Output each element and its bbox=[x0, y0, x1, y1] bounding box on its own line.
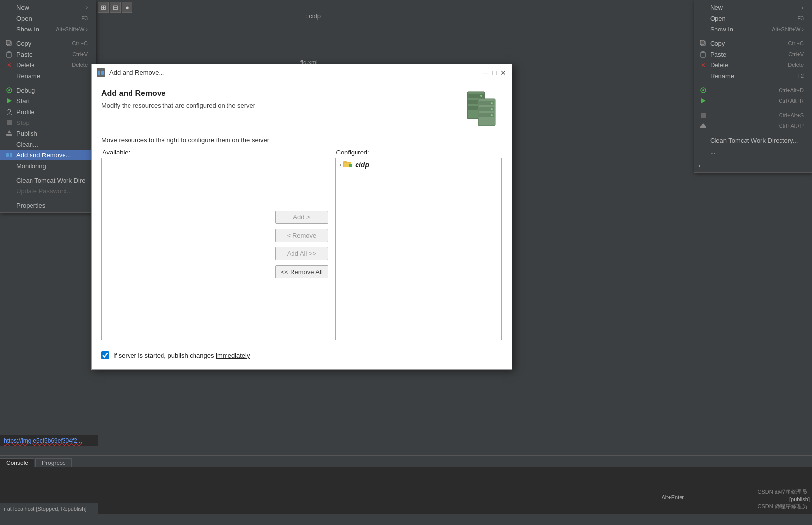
tab-console[interactable]: Console bbox=[0, 458, 34, 467]
menu-item-update-password-label: Update Password... bbox=[16, 187, 88, 195]
show-in-shortcut: Alt+Shift+W › bbox=[56, 26, 88, 32]
add-button[interactable]: Add > bbox=[275, 211, 328, 224]
menu-item-rename-label: Rename bbox=[16, 72, 88, 80]
url-text: https://img-e5cf5b69ef304f2... bbox=[4, 437, 82, 444]
server-status: r at localhost [Stopped, Republish] bbox=[0, 503, 98, 514]
toolbar-split-btn[interactable]: ⊞ bbox=[98, 2, 109, 13]
rm-chevron-label: › bbox=[698, 162, 804, 169]
svg-text:✕: ✕ bbox=[701, 62, 706, 68]
rm-chevron-right[interactable]: › bbox=[694, 160, 812, 171]
available-list[interactable] bbox=[101, 158, 268, 340]
menu-item-add-remove[interactable]: ▶ Add and Remove... bbox=[0, 150, 96, 160]
menu-item-debug-label: Debug bbox=[16, 87, 88, 94]
available-panel-wrapper: Available: bbox=[101, 149, 268, 340]
svg-marker-11 bbox=[7, 130, 11, 133]
bottom-panel-content bbox=[0, 467, 812, 471]
separator-3 bbox=[0, 173, 96, 173]
menu-item-add-remove-label: Add and Remove... bbox=[16, 152, 88, 159]
menu-item-open-label: Open bbox=[16, 15, 73, 22]
menu-item-show-in[interactable]: Show In Alt+Shift+W › bbox=[0, 24, 96, 34]
rm-debug[interactable]: Ctrl+Alt+D bbox=[694, 85, 812, 95]
rm-copy-shortcut: Ctrl+C bbox=[788, 40, 804, 46]
rm-sep1 bbox=[694, 36, 812, 36]
main-toolbar: ⊞ ⊟ ● bbox=[96, 0, 686, 66]
publish-checkbox[interactable] bbox=[101, 351, 109, 359]
remove-all-button[interactable]: << Remove All bbox=[275, 265, 328, 278]
rm-sep3 bbox=[694, 108, 812, 108]
rm-rename-label: Rename bbox=[710, 72, 789, 80]
alt-enter-label: Alt+Enter bbox=[661, 494, 684, 500]
toolbar-eye-btn[interactable]: ● bbox=[122, 2, 132, 13]
toolbar-view-btn[interactable]: ⊟ bbox=[110, 2, 121, 13]
configured-list[interactable]: › cidp bbox=[335, 158, 502, 340]
configured-item-cidp[interactable]: › cidp bbox=[336, 158, 502, 171]
transfer-area: Available: Add > < Remove Add All >> << … bbox=[101, 149, 502, 340]
minimize-button[interactable]: ─ bbox=[482, 69, 489, 76]
menu-item-update-password[interactable]: Update Password... bbox=[0, 185, 96, 196]
profile-icon bbox=[4, 108, 14, 115]
menu-item-rename[interactable]: Rename bbox=[0, 70, 96, 81]
menu-item-publish[interactable]: Publish bbox=[0, 128, 96, 139]
checkbox-area: If server is started, publish changes im… bbox=[101, 347, 502, 361]
menu-item-start[interactable]: Start bbox=[0, 95, 96, 106]
new-arrow: › bbox=[86, 5, 88, 10]
rm-delete[interactable]: ✕ Delete Delete bbox=[694, 60, 812, 70]
rm-publish-icon bbox=[698, 123, 708, 129]
separator-1 bbox=[0, 36, 96, 36]
svg-rect-17 bbox=[702, 51, 704, 53]
stop-icon bbox=[4, 119, 14, 126]
menu-item-copy[interactable]: Copy Ctrl+C bbox=[0, 38, 96, 49]
rm-paste-label: Paste bbox=[710, 51, 780, 58]
menu-item-new[interactable]: New › bbox=[0, 2, 96, 13]
svg-text:✕: ✕ bbox=[7, 62, 12, 68]
rm-stop[interactable]: Ctrl+Alt+S bbox=[694, 110, 812, 121]
delete-shortcut: Delete bbox=[72, 62, 88, 68]
rm-publish[interactable]: Ctrl+Alt+P bbox=[694, 121, 812, 131]
rm-stop-shortcut: Ctrl+Alt+S bbox=[779, 112, 804, 118]
configured-label: Configured: bbox=[335, 149, 502, 156]
remove-button[interactable]: < Remove bbox=[275, 229, 328, 242]
svg-rect-23 bbox=[700, 126, 706, 128]
menu-item-paste[interactable]: Paste Ctrl+V bbox=[0, 49, 96, 60]
menu-item-stop[interactable]: Stop bbox=[0, 117, 96, 128]
menu-item-delete[interactable]: ✕ Delete Delete bbox=[0, 60, 96, 70]
menu-item-clean-tomcat[interactable]: Clean Tomcat Work Dire bbox=[0, 175, 96, 185]
available-label: Available: bbox=[101, 149, 268, 156]
rm-copy-label: Copy bbox=[710, 40, 780, 47]
rm-paste[interactable]: Paste Ctrl+V bbox=[694, 49, 812, 60]
server-illustration bbox=[462, 89, 502, 128]
dialog-subtitle: Move resources to the right to configure… bbox=[101, 136, 502, 144]
rm-new-arrow: › bbox=[802, 4, 804, 11]
add-all-button[interactable]: Add All >> bbox=[275, 247, 328, 260]
rm-clean-tomcat-label: Clean Tomcat Work Directory... bbox=[710, 137, 804, 144]
dialog-heading: Add and Remove bbox=[101, 89, 455, 98]
menu-item-monitoring[interactable]: Monitoring bbox=[0, 160, 96, 171]
rm-show-in[interactable]: Show In Alt+Shift+W › bbox=[694, 24, 812, 34]
tab-progress[interactable]: Progress bbox=[35, 458, 72, 467]
rm-copy[interactable]: Copy Ctrl+C bbox=[694, 38, 812, 49]
rm-sep4 bbox=[694, 133, 812, 133]
folder-icon bbox=[343, 160, 352, 169]
menu-item-clean[interactable]: Clean... bbox=[0, 139, 96, 150]
menu-item-profile[interactable]: Profile bbox=[0, 106, 96, 117]
close-button[interactable]: ✕ bbox=[500, 69, 507, 76]
rm-new[interactable]: New › bbox=[694, 2, 812, 13]
paste-icon bbox=[4, 51, 14, 58]
maximize-button[interactable]: □ bbox=[491, 69, 498, 76]
rm-rename[interactable]: Rename F2 bbox=[694, 70, 812, 81]
rm-copy-icon bbox=[698, 40, 708, 47]
rm-stop-icon bbox=[698, 112, 708, 119]
csdn-watermark-2: CSDN @程序修理员 bbox=[758, 503, 807, 510]
menu-item-debug[interactable]: Debug bbox=[0, 85, 96, 95]
rm-open[interactable]: Open F3 bbox=[694, 13, 812, 24]
menu-item-open[interactable]: Open F3 bbox=[0, 13, 96, 24]
rm-clean-tomcat[interactable]: Clean Tomcat Work Directory... bbox=[694, 135, 812, 146]
svg-point-8 bbox=[8, 109, 11, 112]
menu-item-show-in-label: Show In bbox=[16, 26, 48, 33]
rm-ellipsis[interactable]: ... bbox=[694, 146, 812, 156]
rm-start[interactable]: Ctrl+Alt+R bbox=[694, 95, 812, 106]
rm-delete-icon: ✕ bbox=[698, 62, 708, 68]
add-remove-dialog: Add and Remove... ─ □ ✕ Add and Remove M… bbox=[91, 64, 512, 370]
rm-sep2 bbox=[694, 83, 812, 83]
menu-item-properties[interactable]: Properties bbox=[0, 200, 96, 211]
